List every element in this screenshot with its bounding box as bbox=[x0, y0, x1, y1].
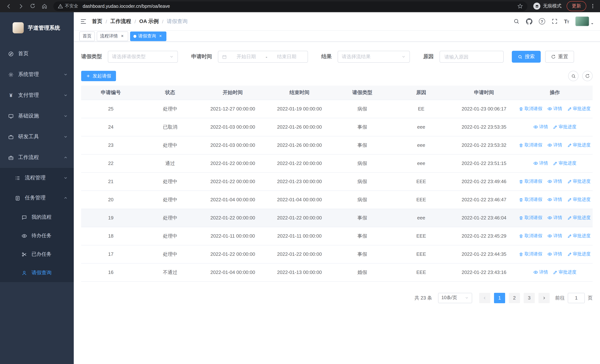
breadcrumb-home[interactable]: 首页 bbox=[92, 18, 102, 25]
cancel-leave-link[interactable]: 取消请假 bbox=[519, 233, 542, 239]
browser-update-button[interactable]: 更新 bbox=[567, 1, 586, 11]
home-icon bbox=[41, 3, 47, 9]
breadcrumb-oa-example[interactable]: OA 示例 bbox=[139, 18, 159, 25]
approval-progress-link[interactable]: 审批进度 bbox=[553, 124, 576, 130]
font-size-button[interactable]: TT bbox=[564, 18, 569, 24]
action-label: 详情 bbox=[553, 215, 562, 221]
chevron-up-icon bbox=[63, 155, 68, 160]
calendar-icon bbox=[222, 54, 227, 59]
detail-link[interactable]: 详情 bbox=[547, 196, 562, 203]
forward-arrow-icon bbox=[18, 3, 24, 9]
action-label: 取消请假 bbox=[525, 233, 542, 239]
create-leave-button[interactable]: 发起请假 bbox=[81, 71, 116, 81]
close-icon[interactable]: × bbox=[120, 34, 125, 39]
detail-link[interactable]: 详情 bbox=[547, 215, 562, 221]
sidebar-item-payment-management[interactable]: ¥ 支付管理 bbox=[0, 85, 74, 106]
sidebar-item-process-management[interactable]: 流程管理 bbox=[0, 168, 74, 188]
cancel-leave-link[interactable]: 取消请假 bbox=[519, 142, 542, 148]
approval-progress-link[interactable]: 审批进度 bbox=[567, 178, 591, 185]
browser-home-button[interactable] bbox=[39, 1, 50, 11]
cell-apply-time: 2022-01-22 23:45:29 bbox=[451, 227, 517, 245]
cancel-leave-link[interactable]: 取消请假 bbox=[519, 215, 542, 221]
page-button-2[interactable]: 2 bbox=[509, 293, 520, 303]
detail-link[interactable]: 详情 bbox=[533, 124, 548, 130]
cancel-leave-link[interactable]: 取消请假 bbox=[519, 106, 542, 112]
approval-progress-link[interactable]: 审批进度 bbox=[553, 160, 576, 167]
sidebar-item-home[interactable]: 首页 bbox=[0, 43, 74, 64]
security-warning[interactable]: 不安全 bbox=[58, 3, 78, 9]
app-logo[interactable]: 芋道管理系统 bbox=[0, 12, 74, 43]
header-search-button[interactable] bbox=[513, 18, 519, 24]
cell-reason: EEE bbox=[391, 263, 451, 281]
sidebar-item-label: 待办任务 bbox=[31, 233, 68, 239]
browser-forward-button[interactable] bbox=[16, 1, 26, 11]
workflow-submenu: 流程管理 任务管理 我的流程 待办任务 已 bbox=[0, 168, 74, 282]
approval-progress-link[interactable]: 审批进度 bbox=[553, 269, 576, 275]
browser-menu-button[interactable] bbox=[590, 3, 596, 9]
cell-status: 通过 bbox=[141, 154, 200, 172]
sidebar-item-my-processes[interactable]: 我的流程 bbox=[0, 208, 74, 226]
sidebar-item-done-tasks[interactable]: 已办任务 bbox=[0, 245, 74, 263]
github-link[interactable] bbox=[526, 18, 532, 25]
prev-page-button[interactable] bbox=[479, 293, 490, 303]
button-label: 发起请假 bbox=[93, 73, 111, 79]
approval-progress-link[interactable]: 审批进度 bbox=[567, 142, 591, 148]
refresh-table-button[interactable] bbox=[582, 71, 593, 81]
detail-link[interactable]: 详情 bbox=[547, 178, 562, 184]
date-range-picker[interactable]: 开始日期 - 结束日期 bbox=[218, 51, 308, 63]
address-bar[interactable]: 不安全 dashboard.yudao.iocoder.cn/bpm/oa/le… bbox=[53, 1, 527, 11]
sidebar-item-task-management[interactable]: 任务管理 bbox=[0, 188, 74, 208]
detail-link[interactable]: 详情 bbox=[533, 160, 548, 166]
browser-back-button[interactable] bbox=[4, 1, 14, 11]
cancel-leave-link[interactable]: 取消请假 bbox=[519, 251, 542, 257]
scissors-icon bbox=[21, 252, 27, 257]
chevron-down-icon bbox=[63, 114, 68, 118]
detail-link[interactable]: 详情 bbox=[547, 142, 562, 148]
approval-progress-link[interactable]: 审批进度 bbox=[567, 251, 591, 257]
goto-page-input[interactable] bbox=[568, 293, 585, 303]
approval-progress-link[interactable]: 审批进度 bbox=[567, 215, 591, 221]
tab-leave-query[interactable]: 请假查询 × bbox=[130, 31, 166, 41]
browser-reload-button[interactable] bbox=[28, 1, 38, 11]
approval-progress-link[interactable]: 审批进度 bbox=[567, 106, 591, 112]
page-button-3[interactable]: 3 bbox=[524, 293, 535, 303]
tab-process-detail[interactable]: 流程详情 × bbox=[97, 31, 128, 41]
cancel-leave-link[interactable]: 取消请假 bbox=[519, 196, 542, 203]
detail-link[interactable]: 详情 bbox=[547, 105, 562, 112]
tab-home[interactable]: 首页 bbox=[79, 31, 95, 41]
action-label: 审批进度 bbox=[573, 106, 591, 112]
fullscreen-button[interactable] bbox=[551, 18, 558, 24]
close-icon[interactable]: × bbox=[158, 34, 163, 39]
sidebar-item-leave-query[interactable]: 请假查询 bbox=[0, 263, 74, 282]
user-menu[interactable] bbox=[575, 16, 594, 26]
detail-link[interactable]: 详情 bbox=[547, 251, 562, 257]
breadcrumb-separator: / bbox=[134, 18, 136, 24]
sidebar-item-infrastructure[interactable]: 基础设施 bbox=[0, 106, 74, 126]
bookmark-star-icon[interactable] bbox=[517, 3, 523, 9]
cancel-leave-link[interactable]: 取消请假 bbox=[519, 178, 542, 185]
cell-leave-type: 事假 bbox=[333, 136, 391, 154]
table-header-row: 申请编号 状态 开始时间 结束时间 请假类型 原因 申请时间 操作 bbox=[81, 86, 593, 100]
page-button-1[interactable]: 1 bbox=[494, 293, 505, 303]
sidebar-item-system-management[interactable]: 系统管理 bbox=[0, 64, 74, 85]
reason-input[interactable] bbox=[440, 51, 503, 62]
breadcrumb-workflow[interactable]: 工作流程 bbox=[111, 18, 131, 25]
toggle-search-button[interactable] bbox=[568, 71, 579, 81]
search-button[interactable]: 搜索 bbox=[512, 51, 541, 63]
detail-link[interactable]: 详情 bbox=[547, 233, 562, 239]
sidebar-item-workflow[interactable]: 工作流程 bbox=[0, 147, 74, 168]
cell-reason: EEE bbox=[391, 245, 451, 263]
sidebar-item-dev-tools[interactable]: 研发工具 bbox=[0, 126, 74, 147]
sidebar-collapse-button[interactable] bbox=[74, 18, 92, 25]
result-select[interactable]: 请选择流结果 bbox=[338, 51, 410, 63]
leave-type-select[interactable]: 请选择请假类型 bbox=[108, 51, 178, 63]
approval-progress-link[interactable]: 审批进度 bbox=[567, 233, 591, 239]
action-label: 审批进度 bbox=[573, 215, 591, 221]
detail-link[interactable]: 详情 bbox=[533, 269, 548, 275]
page-size-select[interactable]: 10条/页 bbox=[438, 293, 472, 303]
sidebar-item-todo-tasks[interactable]: 待办任务 bbox=[0, 226, 74, 245]
reset-button[interactable]: 重置 bbox=[545, 51, 574, 63]
help-button[interactable]: ? bbox=[539, 18, 545, 24]
approval-progress-link[interactable]: 审批进度 bbox=[567, 196, 591, 203]
next-page-button[interactable] bbox=[538, 293, 550, 303]
